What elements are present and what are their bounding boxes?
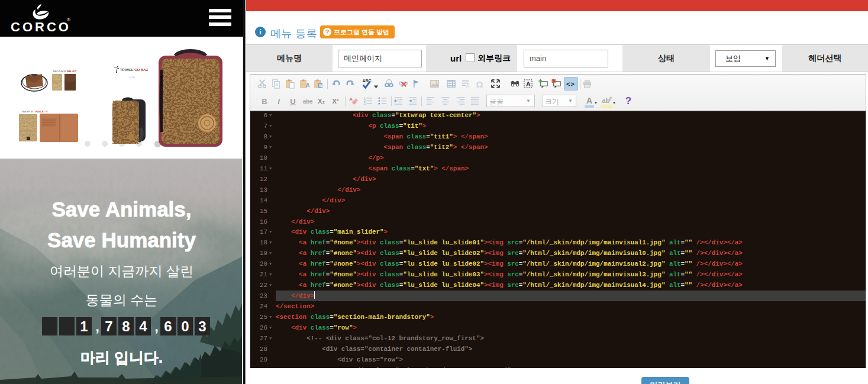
svg-text:A: A <box>466 83 469 89</box>
svg-text:A: A <box>349 96 353 102</box>
svg-text:A: A <box>305 82 309 89</box>
svg-text:W: W <box>318 83 322 88</box>
svg-text:3: 3 <box>364 102 366 105</box>
svg-text:A: A <box>526 80 531 88</box>
